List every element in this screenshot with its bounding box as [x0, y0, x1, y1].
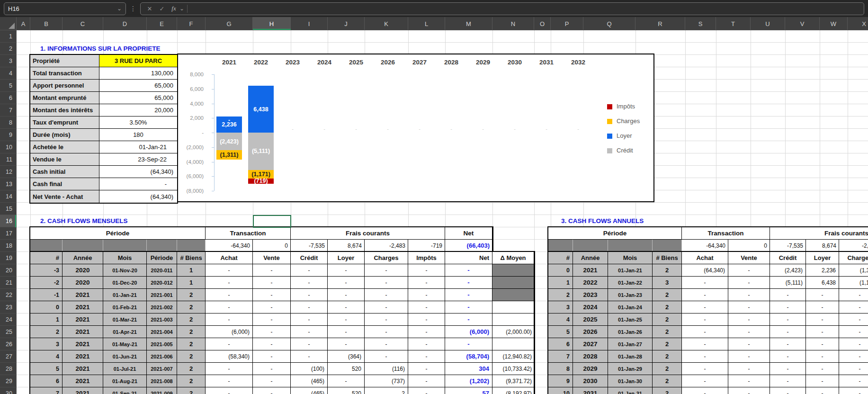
data-cell[interactable]: -	[728, 264, 770, 277]
data-cell[interactable]: -	[206, 277, 253, 289]
data-cell[interactable]: 01-May-21	[103, 338, 147, 350]
data-cell[interactable]: -	[253, 301, 291, 313]
column-header-cell[interactable]: Δ Moyen	[492, 252, 534, 264]
column-header-cell[interactable]: Net	[445, 252, 492, 264]
data-cell[interactable]: -	[445, 289, 492, 301]
data-cell[interactable]: 2021-001	[147, 289, 177, 301]
data-cell[interactable]: (10,733.42)	[492, 363, 534, 375]
data-cell[interactable]: -	[839, 387, 868, 394]
data-cell[interactable]: 3	[548, 301, 573, 313]
data-cell[interactable]: -	[806, 289, 839, 301]
column-header-Q[interactable]: Q	[583, 17, 635, 30]
data-cell[interactable]: 01-Jan-26	[608, 326, 653, 338]
data-cell[interactable]: (1,171)	[839, 277, 868, 289]
property-value-cell[interactable]: 130,000	[99, 67, 177, 80]
data-cell[interactable]: -	[328, 326, 365, 338]
property-label-cell[interactable]: Taux d'emprunt	[30, 116, 99, 129]
data-cell[interactable]: -	[291, 277, 328, 289]
data-cell[interactable]: 2021	[63, 363, 103, 375]
data-cell[interactable]: 2	[177, 363, 206, 375]
data-cell[interactable]: -	[253, 387, 291, 394]
data-cell[interactable]: 2	[653, 375, 682, 387]
data-cell[interactable]: -	[770, 387, 806, 394]
data-cell[interactable]: -	[839, 350, 868, 363]
data-cell[interactable]: -	[728, 350, 770, 363]
data-cell[interactable]: -	[206, 363, 253, 375]
data-cell[interactable]: 1	[30, 313, 63, 326]
data-cell[interactable]: -	[806, 338, 839, 350]
data-cell[interactable]: -	[445, 264, 492, 277]
legend-label-impôts[interactable]: Impôts	[617, 102, 635, 111]
data-cell[interactable]: 5	[30, 363, 63, 375]
totals-cell[interactable]: -2,483	[365, 240, 408, 252]
data-cell[interactable]: 01-Jan-21	[103, 289, 147, 301]
row-header-8[interactable]: 8	[0, 116, 17, 129]
property-value-cell[interactable]: 20,000	[99, 104, 177, 116]
data-cell[interactable]: -	[682, 338, 728, 350]
column-header-cell[interactable]: Charges	[365, 252, 408, 264]
column-header-U[interactable]: U	[751, 17, 785, 30]
data-cell[interactable]: -	[728, 313, 770, 326]
data-cell[interactable]: (1,202)	[445, 375, 492, 387]
data-cell[interactable]: 2030	[573, 375, 608, 387]
data-cell[interactable]: 2	[653, 289, 682, 301]
data-cell[interactable]: 2020-011	[147, 264, 177, 277]
data-cell[interactable]: 2021-002	[147, 301, 177, 313]
row-header-2[interactable]: 2	[0, 43, 17, 55]
row-header-23[interactable]: 23	[0, 301, 17, 313]
data-cell[interactable]: 01-Jan-23	[608, 289, 653, 301]
data-cell[interactable]: -	[206, 289, 253, 301]
column-header-W[interactable]: W	[820, 17, 848, 30]
data-cell[interactable]: -	[839, 289, 868, 301]
section-title-monthly[interactable]: 2. CASH FLOWS MENSUELS	[40, 215, 128, 227]
data-cell[interactable]: -	[728, 375, 770, 387]
data-cell[interactable]: -	[291, 350, 328, 363]
column-header-M[interactable]: M	[445, 17, 492, 30]
data-cell[interactable]: 2	[653, 301, 682, 313]
data-cell[interactable]: -	[328, 338, 365, 350]
data-cell[interactable]: (6,000)	[445, 326, 492, 338]
data-cell[interactable]: 2021	[63, 387, 103, 394]
row-header-17[interactable]: 17	[0, 227, 17, 240]
data-cell[interactable]: -	[253, 363, 291, 375]
property-value-cell[interactable]: 65,000	[99, 80, 177, 92]
data-cell[interactable]: 2024	[573, 301, 608, 313]
column-header-cell[interactable]: Mois	[608, 252, 653, 264]
data-cell[interactable]: -	[253, 264, 291, 277]
row-header-13[interactable]: 13	[0, 178, 17, 190]
data-cell[interactable]: -	[206, 375, 253, 387]
data-cell[interactable]: -	[770, 301, 806, 313]
data-cell[interactable]: (2,000.00)	[492, 326, 534, 338]
data-cell[interactable]: (5,111)	[770, 277, 806, 289]
data-cell[interactable]: 0	[548, 264, 573, 277]
data-cell[interactable]: -	[806, 326, 839, 338]
data-cell[interactable]: 01-Jan-30	[608, 375, 653, 387]
data-cell[interactable]: 2	[177, 375, 206, 387]
data-cell[interactable]: -1	[30, 289, 63, 301]
property-value-cell[interactable]: (64,340)	[99, 166, 177, 178]
data-cell[interactable]: -	[365, 277, 408, 289]
row-header-29[interactable]: 29	[0, 375, 17, 387]
data-cell[interactable]: 2021	[63, 313, 103, 326]
column-header-D[interactable]: D	[103, 17, 147, 30]
totals-cell[interactable]: 8,674	[328, 240, 365, 252]
column-header-cell[interactable]: Année	[63, 252, 103, 264]
group-header-cell[interactable]: Transaction	[206, 227, 291, 240]
data-cell[interactable]: -2	[30, 277, 63, 289]
data-cell[interactable]: 01-Jan-29	[608, 363, 653, 375]
group-header-cell[interactable]: Frais courants	[770, 227, 868, 240]
select-all-corner[interactable]	[0, 17, 17, 30]
data-cell[interactable]: (12,940.82)	[492, 350, 534, 363]
data-cell[interactable]: 2	[177, 350, 206, 363]
data-cell[interactable]: 2021	[63, 375, 103, 387]
data-cell[interactable]: -	[728, 277, 770, 289]
data-cell[interactable]: -	[408, 289, 445, 301]
data-cell[interactable]: 01-Dec-20	[103, 277, 147, 289]
totals-cell[interactable]: 8,674	[806, 240, 839, 252]
data-cell[interactable]: 1	[177, 264, 206, 277]
data-cell[interactable]: (1,311)	[839, 264, 868, 277]
data-cell[interactable]: 5	[548, 326, 573, 338]
column-header-J[interactable]: J	[328, 17, 365, 30]
data-cell[interactable]: 2	[653, 350, 682, 363]
data-cell[interactable]: -	[770, 338, 806, 350]
